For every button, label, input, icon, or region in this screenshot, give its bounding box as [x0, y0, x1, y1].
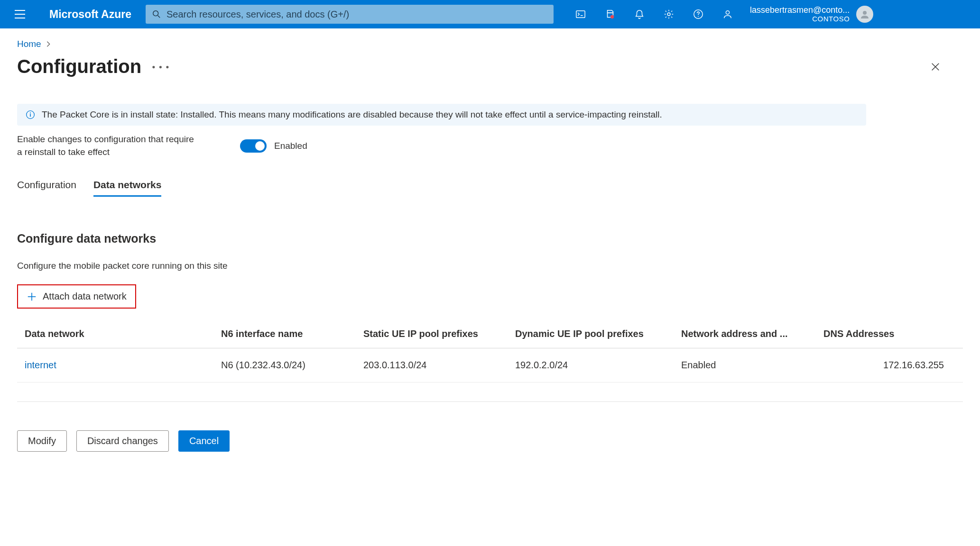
table-header-row: Data network N6 interface name Static UE…	[17, 328, 963, 348]
attach-data-network-button[interactable]: Attach data network	[17, 284, 136, 309]
breadcrumb: Home	[17, 39, 963, 49]
more-actions-button[interactable]: ● ● ●	[152, 64, 170, 70]
search-input[interactable]	[161, 9, 547, 20]
svg-point-12	[863, 11, 867, 15]
install-state-info: The Packet Core is in install state: Ins…	[17, 104, 866, 126]
cancel-button[interactable]: Cancel	[178, 430, 230, 452]
brand-label[interactable]: Microsoft Azure	[49, 8, 131, 21]
menu-icon	[15, 10, 25, 18]
data-network-link[interactable]: internet	[25, 360, 56, 370]
breadcrumb-home[interactable]: Home	[17, 39, 41, 49]
cell-static: 203.0.113.0/24	[363, 348, 515, 382]
page-title: Configuration	[17, 56, 141, 77]
svg-rect-5	[576, 11, 585, 18]
col-dynamic-ueip[interactable]: Dynamic UE IP pool prefixes	[515, 328, 681, 348]
help-icon[interactable]	[690, 6, 706, 22]
search-icon	[152, 10, 161, 18]
enable-changes-toggle[interactable]: Enabled	[240, 139, 307, 153]
attach-button-label: Attach data network	[43, 291, 127, 302]
feedback-icon[interactable]	[720, 6, 736, 22]
account-email: lassebertrasmen@conto...	[750, 6, 850, 15]
toggle-state-label: Enabled	[274, 141, 307, 151]
settings-icon[interactable]	[661, 6, 677, 22]
global-search[interactable]	[146, 5, 554, 24]
col-dns[interactable]: DNS Addresses	[823, 328, 963, 348]
svg-line-4	[158, 16, 160, 18]
directories-icon[interactable]	[602, 6, 618, 22]
svg-point-8	[667, 13, 670, 16]
footer-actions: Modify Discard changes Cancel	[17, 430, 963, 452]
cell-dynamic: 192.0.2.0/24	[515, 348, 681, 382]
close-blade-button[interactable]	[927, 58, 944, 75]
cell-napt: Enabled	[681, 348, 823, 382]
svg-rect-17	[30, 114, 31, 117]
hamburger-menu[interactable]	[9, 4, 30, 25]
config-tabs: Configuration Data networks	[17, 179, 963, 197]
topbar-icon-group	[573, 6, 736, 22]
account-chip[interactable]: lassebertrasmen@conto... CONTOSO	[750, 6, 873, 23]
info-text: The Packet Core is in install state: Ins…	[42, 109, 662, 120]
tab-configuration[interactable]: Configuration	[17, 179, 76, 197]
person-icon	[859, 9, 870, 20]
table-row[interactable]: internet N6 (10.232.43.0/24) 203.0.113.0…	[17, 348, 963, 382]
col-data-network[interactable]: Data network	[17, 328, 221, 348]
svg-point-16	[30, 112, 31, 113]
section-title: Configure data networks	[17, 232, 963, 246]
enable-changes-label: Enable changes to configuration that req…	[17, 133, 197, 158]
azure-topbar: Microsoft Azure lassebertrasmen@conto...…	[0, 0, 980, 28]
chevron-right-icon	[45, 41, 52, 47]
cell-n6: N6 (10.232.43.0/24)	[221, 348, 363, 382]
account-tenant: CONTOSO	[750, 15, 850, 23]
svg-point-3	[153, 11, 158, 16]
svg-point-10	[698, 16, 699, 17]
section-desc: Configure the mobile packet core running…	[17, 261, 963, 271]
avatar[interactable]	[856, 6, 873, 23]
data-networks-table: Data network N6 interface name Static UE…	[17, 328, 963, 382]
col-static-ueip[interactable]: Static UE IP pool prefixes	[363, 328, 515, 348]
close-icon	[930, 62, 941, 72]
modify-button[interactable]: Modify	[17, 430, 67, 452]
svg-point-7	[610, 15, 614, 18]
discard-button[interactable]: Discard changes	[76, 430, 169, 452]
svg-point-11	[726, 11, 729, 14]
cloud-shell-icon[interactable]	[573, 6, 589, 22]
info-icon	[26, 110, 35, 119]
plus-icon	[27, 291, 37, 302]
col-n6[interactable]: N6 interface name	[221, 328, 363, 348]
col-napt[interactable]: Network address and ...	[681, 328, 823, 348]
notifications-icon[interactable]	[631, 6, 647, 22]
cell-dns: 172.16.63.255	[823, 348, 963, 382]
tab-data-networks[interactable]: Data networks	[93, 179, 162, 197]
